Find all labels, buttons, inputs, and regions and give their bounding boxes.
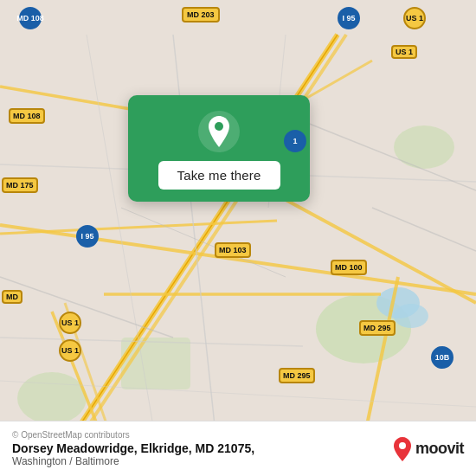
highway-label-md175: MD 175 <box>2 177 38 193</box>
highway-label-md295-2: MD 295 <box>279 368 315 383</box>
take-me-there-button[interactable]: Take me there <box>158 161 280 190</box>
moovit-logo: moovit <box>393 437 464 461</box>
highway-label-10b: 10B <box>431 346 453 369</box>
highway-label-md100: MD 100 <box>331 260 367 275</box>
highway-label-md203: MD 203 <box>182 7 220 23</box>
popup-card: Take me there <box>128 95 310 202</box>
svg-point-31 <box>399 442 406 449</box>
info-bar: © OpenStreetMap contributors Dorsey Mead… <box>0 421 476 476</box>
location-subtitle: Washington / Baltimore <box>12 455 254 467</box>
highway-label-us1-top2: US 1 <box>391 45 417 59</box>
svg-point-6 <box>394 304 428 328</box>
location-pin-icon <box>198 111 240 152</box>
highway-label-md1: 1 <box>284 130 306 152</box>
svg-point-30 <box>215 122 223 131</box>
map-container: MD 108 MD 203 I 95 US 1 MD 108 1 MD 175 … <box>0 0 476 476</box>
moovit-brand-text: moovit <box>415 440 464 458</box>
svg-point-3 <box>394 125 454 169</box>
highway-label-us1-top: US 1 <box>403 7 426 29</box>
moovit-pin-icon <box>393 437 412 461</box>
highway-label-md108-mid: MD 108 <box>9 108 45 124</box>
highway-label-us1-mid: US 1 <box>59 312 81 334</box>
highway-label-i95-mid: I 95 <box>76 225 99 248</box>
highway-label-us1-mid2: US 1 <box>59 339 81 362</box>
svg-point-2 <box>17 372 87 424</box>
info-left: © OpenStreetMap contributors Dorsey Mead… <box>12 430 254 467</box>
attribution: © OpenStreetMap contributors <box>12 430 254 440</box>
highway-label-i95-top: I 95 <box>338 7 360 29</box>
highway-label-md: MD <box>2 290 23 304</box>
map-background <box>0 0 476 476</box>
highway-label-md103: MD 103 <box>215 242 251 258</box>
highway-label-md295: MD 295 <box>359 320 396 336</box>
location-title: Dorsey Meadowridge, Elkridge, MD 21075, <box>12 441 254 455</box>
map-svg <box>0 0 476 476</box>
highway-label-md108-top: MD 108 <box>19 7 42 29</box>
